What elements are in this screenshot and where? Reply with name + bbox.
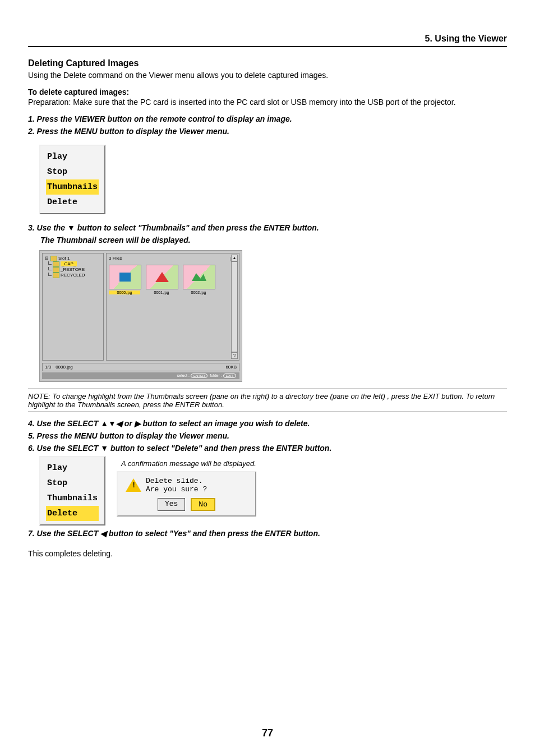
- tree-item-recycled[interactable]: RECYCLED: [45, 273, 101, 278]
- thumbnail-window: ⊟Slot 1 _CAP_ _RESTORE RECYCLED 3 Files …: [39, 250, 242, 382]
- viewer-menu-2: Play Stop Thumbnails Delete: [39, 456, 105, 525]
- menu1-item-delete[interactable]: Delete: [46, 195, 99, 210]
- yes-button[interactable]: Yes: [158, 498, 185, 511]
- confirm-caption: A confirmation message will be displayed…: [121, 459, 256, 468]
- menu2-item-play[interactable]: Play: [46, 460, 99, 476]
- info-bar: 1/3 0000.jpg 60KB: [42, 363, 239, 371]
- chapter-header: 5. Using the Viewer: [28, 34, 507, 47]
- folder-icon: [53, 267, 59, 273]
- confirm-line1: Delete slide.: [146, 477, 207, 485]
- section-title: Deleting Captured Images: [28, 58, 507, 68]
- step-2: 2. Press the MENU button to display the …: [28, 127, 507, 136]
- intro-text: Using the Delete command on the Viewer m…: [28, 71, 507, 80]
- hint-folder-label: folder :: [210, 374, 222, 377]
- menu1-item-thumbnails[interactable]: Thumbnails: [46, 179, 99, 195]
- warning-icon: [126, 478, 141, 492]
- file-size: 60KB: [225, 365, 237, 370]
- step-1: 1. Press the VIEWER button on the remote…: [28, 114, 507, 123]
- confirm-line2: Are you sure ?: [146, 485, 207, 494]
- no-button[interactable]: No: [191, 498, 215, 511]
- thumbnail-image: [183, 265, 215, 289]
- tree-item-restore[interactable]: _RESTORE: [45, 267, 101, 273]
- step-5: 5. Press the MENU button to display the …: [28, 431, 507, 440]
- step-4: 4. Use the SELECT ▲▼◀ or ▶ button to sel…: [28, 419, 507, 428]
- hint-enter-key: ENTER: [191, 374, 207, 378]
- thumbnail-image: [146, 265, 178, 289]
- hint-exit-key: EXIT: [223, 374, 236, 378]
- thumbnail-item-0[interactable]: 0000.jpg: [109, 265, 140, 294]
- step-3: 3. Use the ▼ button to select "Thumbnail…: [28, 223, 507, 232]
- folder-icon: [50, 256, 57, 261]
- hint-select-label: select :: [177, 374, 190, 377]
- tree-item-label: _CAP_: [61, 261, 77, 266]
- thumbnail-item-1[interactable]: 0001.jpg: [146, 265, 177, 294]
- preparation-text: Preparation: Make sure that the PC card …: [28, 98, 507, 107]
- scroll-up-icon[interactable]: ▲: [231, 255, 238, 261]
- thumbnail-filename: 0000.jpg: [109, 291, 140, 294]
- page-number: 77: [0, 727, 535, 739]
- menu2-item-delete[interactable]: Delete: [46, 506, 99, 521]
- directory-tree-pane[interactable]: ⊟Slot 1 _CAP_ _RESTORE RECYCLED: [42, 253, 104, 361]
- confirm-dialog: Delete slide. Are you sure ? Yes No: [117, 471, 256, 517]
- thumbnail-image: [109, 265, 141, 289]
- tree-root[interactable]: ⊟Slot 1: [45, 256, 101, 261]
- scroll-down-icon[interactable]: ▽: [231, 352, 238, 359]
- scroll-track[interactable]: [231, 261, 238, 352]
- file-count: 3 Files: [109, 256, 122, 262]
- tree-item-cap[interactable]: _CAP_: [45, 261, 101, 267]
- note: NOTE: To change highlight from the Thumb…: [28, 389, 507, 412]
- step-6: 6. Use the SELECT ▼ button to select "De…: [28, 444, 507, 453]
- closing-text: This completes deleting.: [28, 549, 507, 558]
- folder-icon: [53, 273, 59, 278]
- menu2-item-stop[interactable]: Stop: [46, 476, 99, 491]
- tree-item-label: _RESTORE: [61, 267, 85, 272]
- viewer-menu-1: Play Stop Thumbnails Delete: [39, 145, 105, 214]
- tree-item-label: RECYCLED: [61, 273, 85, 278]
- sub-heading: To delete captured images:: [28, 87, 507, 96]
- step-7: 7. Use the SELECT ◀ button to select "Ye…: [28, 529, 507, 538]
- step-3b: The Thumbnail screen will be displayed.: [40, 236, 507, 245]
- tree-root-label: Slot 1: [58, 256, 70, 261]
- thumbnail-filename: 0002.jpg: [183, 291, 214, 294]
- thumbnail-item-2[interactable]: 0002.jpg: [183, 265, 214, 294]
- folder-icon: [53, 261, 59, 267]
- menu1-item-stop[interactable]: Stop: [46, 164, 99, 179]
- file-counter: 1/3: [45, 365, 51, 370]
- thumbnail-filename: 0001.jpg: [146, 291, 177, 294]
- thumbnails-pane[interactable]: 3 Files ? 0000.jpg 0001.jpg 0002.jpg: [106, 253, 239, 361]
- menu1-item-play[interactable]: Play: [46, 149, 99, 164]
- scrollbar[interactable]: ▲ ▽: [231, 255, 238, 359]
- current-filename: 0000.jpg: [56, 365, 73, 370]
- hint-bar: select :ENTER folder :EXIT: [42, 372, 239, 379]
- menu2-item-thumbnails[interactable]: Thumbnails: [46, 491, 99, 506]
